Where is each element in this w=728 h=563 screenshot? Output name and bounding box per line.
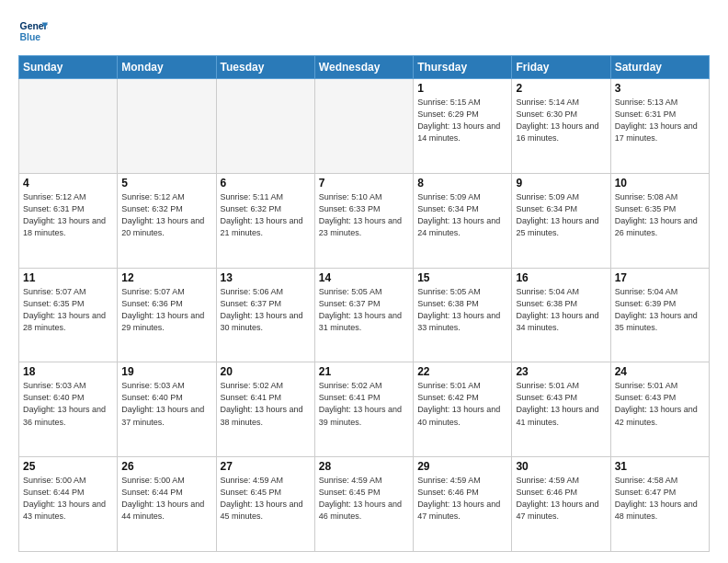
week-row-0: 1Sunrise: 5:15 AM Sunset: 6:29 PM Daylig… bbox=[19, 79, 710, 174]
day-info: Sunrise: 5:07 AM Sunset: 6:36 PM Dayligh… bbox=[121, 286, 211, 334]
day-cell: 24Sunrise: 5:01 AM Sunset: 6:43 PM Dayli… bbox=[610, 362, 709, 457]
day-cell: 29Sunrise: 4:59 AM Sunset: 6:46 PM Dayli… bbox=[414, 457, 512, 552]
day-info: Sunrise: 5:01 AM Sunset: 6:42 PM Dayligh… bbox=[417, 380, 507, 428]
col-header-monday: Monday bbox=[118, 56, 216, 79]
day-info: Sunrise: 5:10 AM Sunset: 6:33 PM Dayligh… bbox=[319, 191, 409, 239]
day-cell: 14Sunrise: 5:05 AM Sunset: 6:37 PM Dayli… bbox=[314, 268, 413, 362]
day-cell: 17Sunrise: 5:04 AM Sunset: 6:39 PM Dayli… bbox=[610, 268, 709, 362]
day-cell: 13Sunrise: 5:06 AM Sunset: 6:37 PM Dayli… bbox=[216, 268, 314, 362]
day-cell: 5Sunrise: 5:12 AM Sunset: 6:32 PM Daylig… bbox=[118, 173, 216, 268]
day-info: Sunrise: 4:58 AM Sunset: 6:47 PM Dayligh… bbox=[615, 475, 705, 523]
day-info: Sunrise: 5:12 AM Sunset: 6:31 PM Dayligh… bbox=[23, 191, 113, 239]
day-info: Sunrise: 4:59 AM Sunset: 6:46 PM Dayligh… bbox=[417, 475, 507, 523]
day-cell: 20Sunrise: 5:02 AM Sunset: 6:41 PM Dayli… bbox=[216, 362, 314, 457]
day-number: 30 bbox=[516, 460, 606, 473]
day-cell: 15Sunrise: 5:05 AM Sunset: 6:38 PM Dayli… bbox=[414, 268, 512, 362]
day-number: 11 bbox=[23, 271, 113, 284]
day-number: 19 bbox=[121, 365, 211, 378]
day-number: 8 bbox=[417, 177, 507, 190]
day-info: Sunrise: 4:59 AM Sunset: 6:45 PM Dayligh… bbox=[319, 475, 409, 523]
day-number: 12 bbox=[121, 271, 211, 284]
col-header-saturday: Saturday bbox=[610, 56, 709, 79]
day-info: Sunrise: 5:05 AM Sunset: 6:38 PM Dayligh… bbox=[417, 286, 507, 334]
day-info: Sunrise: 5:00 AM Sunset: 6:44 PM Dayligh… bbox=[121, 475, 211, 523]
day-number: 16 bbox=[516, 271, 606, 284]
day-number: 10 bbox=[615, 177, 705, 190]
day-number: 28 bbox=[319, 460, 409, 473]
col-header-friday: Friday bbox=[512, 56, 610, 79]
day-info: Sunrise: 5:14 AM Sunset: 6:30 PM Dayligh… bbox=[516, 97, 606, 144]
day-cell: 31Sunrise: 4:58 AM Sunset: 6:47 PM Dayli… bbox=[610, 457, 709, 552]
col-header-thursday: Thursday bbox=[414, 56, 512, 79]
week-row-2: 11Sunrise: 5:07 AM Sunset: 6:35 PM Dayli… bbox=[19, 268, 710, 362]
day-cell: 11Sunrise: 5:07 AM Sunset: 6:35 PM Dayli… bbox=[19, 268, 118, 362]
day-cell: 18Sunrise: 5:03 AM Sunset: 6:40 PM Dayli… bbox=[19, 362, 118, 457]
day-number: 4 bbox=[23, 177, 113, 190]
day-cell: 2Sunrise: 5:14 AM Sunset: 6:30 PM Daylig… bbox=[512, 79, 610, 174]
day-info: Sunrise: 4:59 AM Sunset: 6:45 PM Dayligh… bbox=[221, 475, 311, 523]
day-number: 29 bbox=[417, 460, 507, 473]
day-cell bbox=[314, 79, 413, 174]
day-info: Sunrise: 5:01 AM Sunset: 6:43 PM Dayligh… bbox=[615, 380, 705, 428]
day-cell: 6Sunrise: 5:11 AM Sunset: 6:32 PM Daylig… bbox=[216, 173, 314, 268]
day-number: 6 bbox=[221, 177, 311, 190]
day-number: 20 bbox=[221, 365, 311, 378]
day-info: Sunrise: 5:03 AM Sunset: 6:40 PM Dayligh… bbox=[121, 380, 211, 428]
day-info: Sunrise: 5:08 AM Sunset: 6:35 PM Dayligh… bbox=[615, 191, 705, 239]
day-cell: 7Sunrise: 5:10 AM Sunset: 6:33 PM Daylig… bbox=[314, 173, 413, 268]
day-cell: 25Sunrise: 5:00 AM Sunset: 6:44 PM Dayli… bbox=[19, 457, 118, 552]
day-number: 31 bbox=[615, 460, 705, 473]
col-header-tuesday: Tuesday bbox=[216, 56, 314, 79]
day-number: 13 bbox=[221, 271, 311, 284]
day-cell: 23Sunrise: 5:01 AM Sunset: 6:43 PM Dayli… bbox=[512, 362, 610, 457]
day-cell bbox=[19, 79, 118, 174]
day-number: 23 bbox=[516, 365, 606, 378]
day-info: Sunrise: 5:04 AM Sunset: 6:38 PM Dayligh… bbox=[516, 286, 606, 334]
day-number: 21 bbox=[319, 365, 409, 378]
day-cell: 12Sunrise: 5:07 AM Sunset: 6:36 PM Dayli… bbox=[118, 268, 216, 362]
day-cell: 8Sunrise: 5:09 AM Sunset: 6:34 PM Daylig… bbox=[414, 173, 512, 268]
day-number: 1 bbox=[417, 82, 507, 95]
day-number: 14 bbox=[319, 271, 409, 284]
day-cell: 1Sunrise: 5:15 AM Sunset: 6:29 PM Daylig… bbox=[414, 79, 512, 174]
day-cell bbox=[216, 79, 314, 174]
day-info: Sunrise: 5:06 AM Sunset: 6:37 PM Dayligh… bbox=[221, 286, 311, 334]
header: General Blue bbox=[18, 17, 710, 46]
day-cell: 22Sunrise: 5:01 AM Sunset: 6:42 PM Dayli… bbox=[414, 362, 512, 457]
calendar-table: SundayMondayTuesdayWednesdayThursdayFrid… bbox=[18, 55, 710, 552]
day-cell: 21Sunrise: 5:02 AM Sunset: 6:41 PM Dayli… bbox=[314, 362, 413, 457]
day-number: 3 bbox=[615, 82, 705, 95]
day-number: 25 bbox=[23, 460, 113, 473]
day-cell: 26Sunrise: 5:00 AM Sunset: 6:44 PM Dayli… bbox=[118, 457, 216, 552]
day-info: Sunrise: 5:07 AM Sunset: 6:35 PM Dayligh… bbox=[23, 286, 113, 334]
day-cell bbox=[118, 79, 216, 174]
day-cell: 30Sunrise: 4:59 AM Sunset: 6:46 PM Dayli… bbox=[512, 457, 610, 552]
day-info: Sunrise: 5:00 AM Sunset: 6:44 PM Dayligh… bbox=[23, 475, 113, 523]
day-info: Sunrise: 5:01 AM Sunset: 6:43 PM Dayligh… bbox=[516, 380, 606, 428]
day-info: Sunrise: 5:15 AM Sunset: 6:29 PM Dayligh… bbox=[417, 97, 507, 144]
day-info: Sunrise: 4:59 AM Sunset: 6:46 PM Dayligh… bbox=[516, 475, 606, 523]
day-number: 18 bbox=[23, 365, 113, 378]
day-info: Sunrise: 5:02 AM Sunset: 6:41 PM Dayligh… bbox=[221, 380, 311, 428]
calendar-header-row: SundayMondayTuesdayWednesdayThursdayFrid… bbox=[19, 56, 710, 79]
svg-text:Blue: Blue bbox=[20, 32, 41, 42]
day-info: Sunrise: 5:09 AM Sunset: 6:34 PM Dayligh… bbox=[516, 191, 606, 239]
day-info: Sunrise: 5:12 AM Sunset: 6:32 PM Dayligh… bbox=[121, 191, 211, 239]
col-header-sunday: Sunday bbox=[19, 56, 118, 79]
day-info: Sunrise: 5:02 AM Sunset: 6:41 PM Dayligh… bbox=[319, 380, 409, 428]
day-info: Sunrise: 5:13 AM Sunset: 6:31 PM Dayligh… bbox=[615, 97, 705, 144]
week-row-4: 25Sunrise: 5:00 AM Sunset: 6:44 PM Dayli… bbox=[19, 457, 710, 552]
day-info: Sunrise: 5:09 AM Sunset: 6:34 PM Dayligh… bbox=[417, 191, 507, 239]
day-number: 26 bbox=[121, 460, 211, 473]
day-number: 2 bbox=[516, 82, 606, 95]
logo: General Blue bbox=[18, 17, 48, 46]
day-info: Sunrise: 5:05 AM Sunset: 6:37 PM Dayligh… bbox=[319, 286, 409, 334]
day-cell: 28Sunrise: 4:59 AM Sunset: 6:45 PM Dayli… bbox=[314, 457, 413, 552]
week-row-1: 4Sunrise: 5:12 AM Sunset: 6:31 PM Daylig… bbox=[19, 173, 710, 268]
day-cell: 27Sunrise: 4:59 AM Sunset: 6:45 PM Dayli… bbox=[216, 457, 314, 552]
day-number: 27 bbox=[221, 460, 311, 473]
day-cell: 16Sunrise: 5:04 AM Sunset: 6:38 PM Dayli… bbox=[512, 268, 610, 362]
logo-icon: General Blue bbox=[18, 17, 48, 46]
day-cell: 10Sunrise: 5:08 AM Sunset: 6:35 PM Dayli… bbox=[610, 173, 709, 268]
day-number: 24 bbox=[615, 365, 705, 378]
